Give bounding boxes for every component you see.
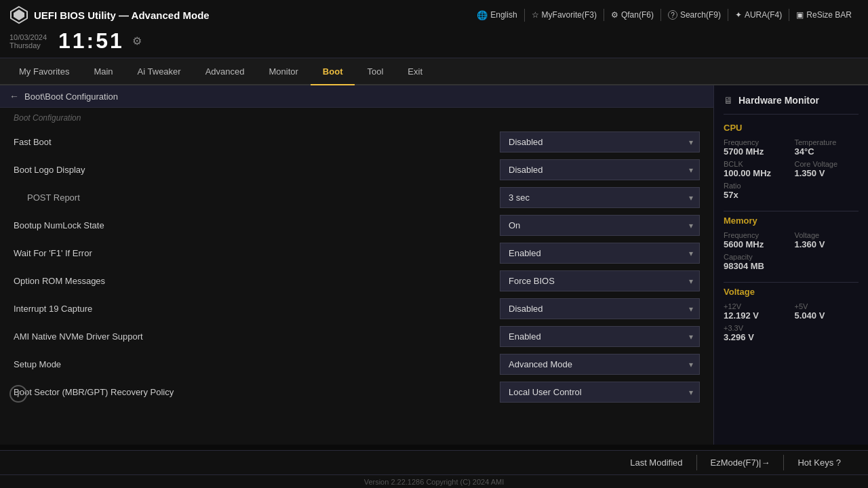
day-value: Thursday bbox=[9, 41, 50, 49]
interrupt-dropdown[interactable]: Disabled bbox=[500, 298, 700, 319]
date-col: 10/03/2024 Thursday bbox=[9, 33, 50, 49]
search-label: Search(F9) bbox=[680, 10, 721, 20]
post-report-label: POST Report bbox=[14, 192, 500, 203]
qfan-label: Qfan(F6) bbox=[621, 10, 654, 20]
nav-item-favorites[interactable]: My Favorites bbox=[7, 58, 81, 85]
option-rom-dropdown-wrapper[interactable]: Force BIOS ▾ bbox=[500, 270, 700, 291]
v12-value: 12.192 V bbox=[724, 310, 788, 321]
setup-mode-dropdown-wrapper[interactable]: Advanced Mode ▾ bbox=[500, 354, 700, 375]
v12-item: +12V 12.192 V bbox=[724, 302, 788, 321]
hotkeys-button[interactable]: Hot Keys ? bbox=[784, 455, 854, 470]
setting-row-boot-logo: Boot Logo Display Disabled ▾ bbox=[0, 156, 713, 184]
hw-separator-2 bbox=[724, 282, 859, 283]
cpu-vcore-label: Core Voltage bbox=[795, 160, 859, 168]
cpu-vcore-value: 1.350 V bbox=[795, 168, 859, 178]
sidebar-title: 🖥 Hardware Monitor bbox=[724, 95, 859, 115]
setting-row-boot-sector: Boot Sector (MBR/GPT) Recovery Policy Lo… bbox=[0, 378, 713, 406]
v33-label: +3.3V bbox=[724, 324, 788, 332]
mem-freq-item: Frequency 5600 MHz bbox=[724, 231, 788, 249]
ezmode-label: EzMode(F7)|→ bbox=[711, 458, 770, 468]
voltage-stats-grid: +12V 12.192 V +5V 5.040 V +3.3V 3.296 V bbox=[724, 302, 859, 342]
post-report-dropdown-wrapper[interactable]: 3 sec ▾ bbox=[500, 187, 700, 208]
cpu-stats-grid: Frequency 5700 MHz Temperature 34°C BCLK… bbox=[724, 138, 859, 200]
myfavorite-label: MyFavorite(F3) bbox=[542, 10, 597, 20]
setup-mode-dropdown[interactable]: Advanced Mode bbox=[500, 354, 700, 375]
v12-label: +12V bbox=[724, 302, 788, 310]
fast-boot-dropdown[interactable]: Disabled bbox=[500, 131, 700, 152]
last-modified-button[interactable]: Last Modified bbox=[616, 455, 696, 470]
numlock-dropdown[interactable]: On bbox=[500, 215, 700, 236]
boot-sector-dropdown[interactable]: Local User Control bbox=[500, 382, 700, 403]
star-icon: ☆ bbox=[532, 10, 539, 20]
hotkeys-label: Hot Keys ? bbox=[797, 458, 841, 468]
nav-item-tool[interactable]: Tool bbox=[355, 58, 395, 85]
cpu-bclk-value: 100.00 MHz bbox=[724, 168, 788, 178]
back-arrow-icon[interactable]: ← bbox=[9, 91, 19, 102]
boot-logo-dropdown-wrapper[interactable]: Disabled ▾ bbox=[500, 159, 700, 180]
content-area: ← Boot\Boot Configuration Boot Configura… bbox=[0, 85, 713, 445]
setting-row-numlock: Bootup NumLock State On ▾ bbox=[0, 211, 713, 239]
footer-buttons-row: Last Modified EzMode(F7)|→ Hot Keys ? bbox=[0, 451, 868, 475]
v5-item: +5V 5.040 V bbox=[795, 302, 859, 321]
boot-sector-dropdown-wrapper[interactable]: Local User Control ▾ bbox=[500, 382, 700, 403]
nav-item-advanced[interactable]: Advanced bbox=[193, 58, 257, 85]
app-title: UEFI BIOS Utility — Advanced Mode bbox=[34, 9, 210, 21]
link-aura[interactable]: ✦ AURA(F4) bbox=[728, 9, 789, 21]
memory-stats-grid: Frequency 5600 MHz Voltage 1.360 V Capac… bbox=[724, 231, 859, 271]
ami-nvme-label: AMI Native NVMe Driver Support bbox=[14, 331, 500, 342]
nav-item-aitweaker[interactable]: Ai Tweaker bbox=[125, 58, 193, 85]
link-myfavorite[interactable]: ☆ MyFavorite(F3) bbox=[525, 9, 604, 21]
cpu-freq-label: Frequency bbox=[724, 138, 788, 146]
mem-freq-value: 5600 MHz bbox=[724, 239, 788, 249]
cpu-section-title: CPU bbox=[724, 123, 859, 133]
gear-settings-icon[interactable]: ⚙ bbox=[132, 35, 142, 47]
interrupt-dropdown-wrapper[interactable]: Disabled ▾ bbox=[500, 298, 700, 319]
boot-logo-dropdown[interactable]: Disabled bbox=[500, 159, 700, 180]
link-english[interactable]: 🌐 English bbox=[470, 9, 524, 22]
boot-logo-label: Boot Logo Display bbox=[14, 165, 500, 175]
nav-item-boot[interactable]: Boot bbox=[311, 58, 355, 85]
wait-f1-dropdown[interactable]: Enabled bbox=[500, 243, 700, 264]
cpu-ratio-item: Ratio 57x bbox=[724, 182, 788, 200]
nav-menu: My Favorites Main Ai Tweaker Advanced Mo… bbox=[0, 58, 868, 85]
cpu-temp-value: 34°C bbox=[795, 146, 859, 157]
resize-icon: ▣ bbox=[796, 10, 804, 20]
nav-item-monitor[interactable]: Monitor bbox=[257, 58, 311, 85]
numlock-dropdown-wrapper[interactable]: On ▾ bbox=[500, 215, 700, 236]
mem-cap-label: Capacity bbox=[724, 253, 859, 261]
link-search[interactable]: ? Search(F9) bbox=[661, 9, 728, 21]
nav-item-exit[interactable]: Exit bbox=[395, 58, 435, 85]
fan-icon: ⚙ bbox=[611, 10, 618, 20]
setting-row-interrupt: Interrupt 19 Capture Disabled ▾ bbox=[0, 295, 713, 323]
date-value: 10/03/2024 bbox=[9, 33, 50, 41]
cpu-freq-item: Frequency 5700 MHz bbox=[724, 138, 788, 157]
info-button[interactable]: i bbox=[9, 385, 27, 403]
boot-sector-label: Boot Sector (MBR/GPT) Recovery Policy bbox=[14, 387, 500, 397]
globe-icon: 🌐 bbox=[477, 10, 488, 20]
monitor-icon: 🖥 bbox=[724, 95, 733, 106]
link-resizebar[interactable]: ▣ ReSize BAR bbox=[789, 9, 859, 21]
mem-volt-label: Voltage bbox=[795, 231, 859, 239]
section-label: Boot Configuration bbox=[0, 110, 713, 128]
post-report-dropdown[interactable]: 3 sec bbox=[500, 187, 700, 208]
option-rom-dropdown[interactable]: Force BIOS bbox=[500, 270, 700, 291]
footer: Last Modified EzMode(F7)|→ Hot Keys ? Ve… bbox=[0, 450, 868, 488]
english-label: English bbox=[490, 10, 517, 20]
mem-cap-item: Capacity 98304 MB bbox=[724, 253, 859, 271]
link-qfan[interactable]: ⚙ Qfan(F6) bbox=[604, 9, 661, 21]
nav-item-main[interactable]: Main bbox=[81, 58, 125, 85]
mem-volt-value: 1.360 V bbox=[795, 239, 859, 249]
ami-nvme-dropdown-wrapper[interactable]: Enabled ▾ bbox=[500, 326, 700, 347]
wait-f1-dropdown-wrapper[interactable]: Enabled ▾ bbox=[500, 243, 700, 264]
ezmode-button[interactable]: EzMode(F7)|→ bbox=[697, 455, 785, 470]
interrupt-label: Interrupt 19 Capture bbox=[14, 304, 500, 314]
setup-mode-label: Setup Mode bbox=[14, 359, 500, 369]
mem-volt-item: Voltage 1.360 V bbox=[795, 231, 859, 249]
aura-icon: ✦ bbox=[735, 10, 742, 20]
wait-f1-label: Wait For 'F1' If Error bbox=[14, 248, 500, 258]
fast-boot-dropdown-wrapper[interactable]: Disabled ▾ bbox=[500, 131, 700, 152]
cpu-ratio-label: Ratio bbox=[724, 182, 788, 190]
setting-row-ami-nvme: AMI Native NVMe Driver Support Enabled ▾ bbox=[0, 323, 713, 350]
ami-nvme-dropdown[interactable]: Enabled bbox=[500, 326, 700, 347]
hw-separator-1 bbox=[724, 211, 859, 211]
